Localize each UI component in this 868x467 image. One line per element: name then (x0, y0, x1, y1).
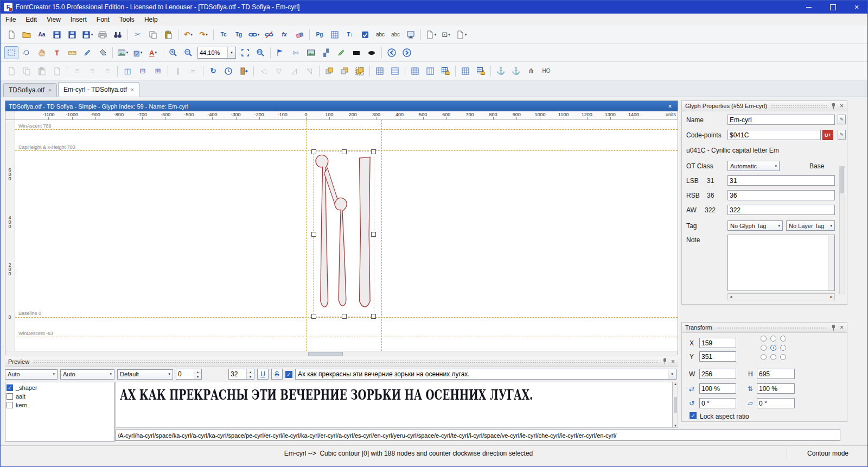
anchors-button[interactable]: ⚓ (494, 65, 508, 78)
bring-to-front-button[interactable] (322, 65, 336, 78)
window-arrange-button[interactable]: ⊡▾ (439, 28, 453, 41)
sample-text-combobox[interactable]: ▾ (295, 369, 676, 380)
selection-handle[interactable] (311, 314, 316, 319)
lsb-input[interactable] (727, 175, 835, 186)
panel-close-icon[interactable]: × (840, 103, 844, 109)
aw-input[interactable] (727, 205, 835, 215)
preview-script-select[interactable]: Auto ▾ (5, 369, 58, 380)
selection-handle[interactable] (311, 149, 316, 154)
menu-help[interactable]: Help (139, 14, 163, 26)
feature-checkbox[interactable] (7, 402, 13, 408)
pin-icon[interactable] (831, 325, 836, 331)
dropdown-arrow-icon[interactable]: ▾ (206, 33, 208, 37)
scrollbar-thumb[interactable] (840, 167, 844, 193)
panel-close-icon[interactable]: × (671, 358, 675, 365)
print-button[interactable] (95, 28, 110, 41)
lock-aspect-checkbox[interactable]: ✓ (690, 412, 697, 419)
x-input[interactable] (699, 338, 736, 348)
preview-language-select[interactable]: Auto ▾ (60, 369, 114, 380)
previous-glyph-button[interactable] (385, 46, 399, 59)
menu-edit[interactable]: Edit (21, 14, 42, 26)
anchor-radio-1[interactable] (770, 336, 776, 342)
contour-direction-button[interactable] (273, 46, 288, 59)
autotrace-button[interactable]: ▞ (319, 46, 333, 59)
paste-button[interactable] (161, 28, 175, 41)
feature-checkbox[interactable] (7, 393, 13, 400)
selection-handle[interactable] (371, 314, 376, 319)
font-size-input[interactable] (229, 369, 246, 379)
glyph-transformer-button[interactable]: Tc (216, 28, 231, 41)
metrics-lock-button[interactable] (474, 65, 488, 78)
opentype-designer-button[interactable]: fx (277, 28, 291, 41)
scroll-left-icon[interactable]: ◄ (729, 295, 733, 299)
scroll-right-icon[interactable]: ► (829, 295, 833, 299)
unicode-badge-icon[interactable]: U+ (822, 130, 833, 140)
next-glyph-button[interactable] (400, 46, 414, 59)
document-tab-1[interactable]: TDSofiya.otf× (3, 83, 57, 97)
y-input[interactable] (699, 351, 736, 362)
open-font-button[interactable] (20, 28, 34, 41)
new-font-button[interactable] (4, 28, 18, 41)
dropdown-arrow-icon[interactable]: ▾ (126, 51, 129, 55)
copy-button[interactable] (146, 28, 160, 41)
anchor-radio-2[interactable] (780, 336, 786, 342)
document-tab-2[interactable]: Em-cyrl - TDSofiya.otf× (58, 82, 139, 97)
note-textarea[interactable] (727, 235, 835, 291)
feature-item-aalt[interactable]: aalt (7, 392, 113, 401)
knife-tool-button[interactable]: ✄ (289, 46, 303, 59)
anchor-radio-5[interactable] (780, 345, 786, 351)
rectangle-tool-button[interactable] (349, 46, 363, 59)
eraser-button[interactable] (292, 28, 307, 41)
strikethrough-button[interactable]: S (271, 369, 283, 380)
split-union-button[interactable]: ⋔ (524, 65, 538, 78)
panel-close-icon[interactable]: × (840, 324, 844, 331)
rsb-input[interactable] (727, 190, 835, 200)
layout-grid-button[interactable]: HO (539, 65, 553, 78)
select-tool-button[interactable] (4, 46, 18, 59)
scale-y-input[interactable] (757, 383, 795, 394)
anchor-radio-0[interactable] (761, 336, 767, 342)
advance-width-guideline[interactable] (381, 120, 382, 351)
menu-file[interactable]: File (1, 14, 21, 26)
zoom-out-button[interactable] (181, 46, 195, 59)
find-glyphs-button[interactable] (111, 28, 125, 41)
selection-handle[interactable] (342, 149, 347, 154)
save-font-button[interactable] (50, 28, 64, 41)
glyph-window-close-button[interactable]: × (666, 103, 674, 110)
menu-tools[interactable]: Tools (114, 14, 139, 26)
sample-text-input[interactable] (296, 369, 668, 379)
zoom-level-input[interactable] (198, 48, 227, 58)
center-glyph-button[interactable]: ◫ (120, 65, 135, 78)
font-overview-button[interactable]: Aa (35, 28, 49, 41)
dropdown-arrow-icon[interactable]: ▾ (448, 33, 450, 37)
glyph-selection-bbox[interactable] (313, 151, 374, 317)
ellipse-tool-button[interactable] (365, 46, 379, 59)
pan-tool-button[interactable] (35, 46, 49, 59)
close-button[interactable]: × (845, 1, 868, 14)
dropdown-arrow-icon[interactable]: ▾ (465, 33, 467, 37)
zoom-level-combobox[interactable]: ▾ (197, 47, 236, 59)
dropdown-arrow-icon[interactable]: ▾ (190, 33, 193, 37)
toggle-direction-button[interactable]: ↻ (206, 65, 220, 78)
h-input[interactable] (757, 369, 795, 379)
anchor-radio-7[interactable] (770, 354, 776, 360)
import-image-button[interactable] (304, 46, 318, 59)
spin-up-icon[interactable]: ▴ (194, 369, 201, 374)
menu-font[interactable]: Font (92, 14, 114, 26)
origin-guideline[interactable] (306, 120, 307, 351)
background-image-button[interactable]: ▾ (116, 46, 130, 59)
em-cyrl-glyph-outline[interactable] (314, 152, 374, 317)
spell-check-button[interactable]: abc (373, 28, 387, 41)
undo-button[interactable]: ↶▾ (181, 28, 195, 41)
edit-name-button[interactable]: ✎ (838, 115, 846, 124)
spin-down-icon[interactable]: ▾ (194, 374, 201, 379)
tab-close-icon[interactable]: × (48, 87, 52, 93)
selection-handle[interactable] (371, 149, 376, 154)
dropdown-arrow-icon[interactable]: ▾ (258, 33, 260, 37)
glyph-name-input[interactable] (727, 115, 835, 125)
selection-handle[interactable] (311, 232, 316, 237)
maximize-button[interactable] (821, 1, 845, 14)
save-font-as-button[interactable] (65, 28, 79, 41)
preview-style-select[interactable]: Default ▾ (117, 369, 173, 380)
ot-class-select[interactable]: Automatic ▾ (727, 161, 780, 171)
